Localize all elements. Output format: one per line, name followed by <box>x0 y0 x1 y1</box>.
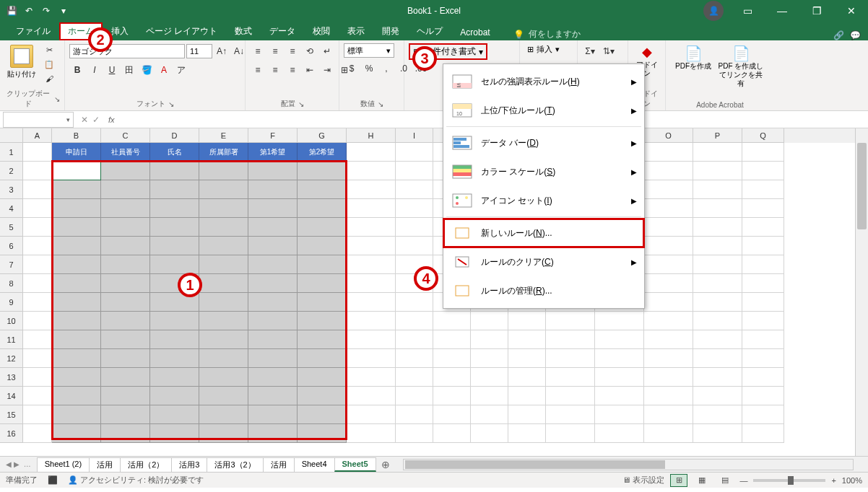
paste-button[interactable]: 貼り付け <box>4 43 39 81</box>
cell[interactable] <box>23 237 52 255</box>
cell[interactable] <box>150 218 199 237</box>
cell[interactable] <box>150 199 199 218</box>
cell[interactable] <box>742 312 784 330</box>
cell[interactable] <box>347 424 396 443</box>
row-header[interactable]: 11 <box>0 330 23 349</box>
cell[interactable] <box>199 180 248 199</box>
cell[interactable] <box>199 162 248 180</box>
menu-top-bottom[interactable]: 10 上位/下位ルール(T) ▶ <box>443 96 644 125</box>
cell[interactable] <box>396 387 433 405</box>
orientation-icon[interactable]: ⟲ <box>302 43 318 59</box>
cell[interactable] <box>150 162 199 180</box>
cell[interactable] <box>248 274 298 293</box>
close-button[interactable]: ✕ <box>835 0 868 22</box>
cell[interactable] <box>23 349 52 368</box>
page-layout-view-icon[interactable]: ▦ <box>693 474 711 487</box>
cell[interactable] <box>347 274 396 293</box>
cell[interactable] <box>644 274 693 293</box>
cell[interactable] <box>298 368 347 387</box>
wrap-text-icon[interactable]: ↵ <box>319 43 335 59</box>
cell[interactable] <box>52 237 101 255</box>
cell[interactable] <box>742 255 784 274</box>
comma-icon[interactable]: , <box>378 61 394 76</box>
cut-icon[interactable]: ✂ <box>42 43 56 56</box>
display-settings[interactable]: 🖥 表示設定 <box>622 475 664 486</box>
cell[interactable] <box>644 424 693 443</box>
cell[interactable] <box>101 237 150 255</box>
cell[interactable]: 第1希望 <box>248 143 298 162</box>
restore-button[interactable]: ❐ <box>800 0 833 22</box>
cell[interactable] <box>52 255 101 274</box>
cell[interactable] <box>546 387 595 405</box>
cell[interactable] <box>248 199 298 218</box>
column-header[interactable]: B <box>52 128 101 143</box>
dialog-launcher-icon[interactable]: ↘ <box>298 100 304 108</box>
cell[interactable] <box>644 255 693 274</box>
cell[interactable] <box>23 312 52 330</box>
cell[interactable] <box>396 368 433 387</box>
row-header[interactable]: 5 <box>0 218 23 237</box>
cell[interactable] <box>347 162 396 180</box>
cell[interactable] <box>199 255 248 274</box>
row-header[interactable]: 7 <box>0 255 23 274</box>
cell[interactable] <box>101 293 150 312</box>
column-header[interactable]: D <box>150 128 199 143</box>
cell[interactable] <box>52 162 101 180</box>
cell[interactable] <box>23 143 52 162</box>
cell[interactable] <box>150 349 199 368</box>
cell[interactable] <box>471 330 508 349</box>
cell[interactable] <box>101 255 150 274</box>
align-center-icon[interactable]: ≡ <box>267 62 283 78</box>
tab-acrobat[interactable]: Acrobat <box>451 25 498 40</box>
cell[interactable] <box>150 237 199 255</box>
cell[interactable] <box>347 237 396 255</box>
cell[interactable] <box>347 368 396 387</box>
cell[interactable] <box>546 368 595 387</box>
cell[interactable] <box>742 293 784 312</box>
cell[interactable] <box>644 349 693 368</box>
cell[interactable] <box>396 424 433 443</box>
cell[interactable] <box>150 405 199 424</box>
cell[interactable] <box>693 387 742 405</box>
cell[interactable] <box>248 349 298 368</box>
cell[interactable] <box>693 424 742 443</box>
cell[interactable] <box>248 387 298 405</box>
cell[interactable] <box>199 368 248 387</box>
cell[interactable] <box>199 199 248 218</box>
cell[interactable] <box>52 349 101 368</box>
cell[interactable] <box>396 405 433 424</box>
border-button[interactable]: 田 <box>121 62 137 78</box>
cell[interactable] <box>595 405 644 424</box>
column-header[interactable]: G <box>298 128 347 143</box>
cell[interactable] <box>199 274 248 293</box>
cell[interactable] <box>433 312 471 330</box>
undo-icon[interactable]: ↶ <box>23 5 35 17</box>
cell[interactable]: 所属部署 <box>199 143 248 162</box>
cell[interactable] <box>101 387 150 405</box>
tab-data[interactable]: データ <box>261 22 304 40</box>
minimize-button[interactable]: — <box>765 0 799 22</box>
tab-developer[interactable]: 開発 <box>373 22 408 40</box>
cell[interactable] <box>101 349 150 368</box>
dialog-launcher-icon[interactable]: ↘ <box>378 100 383 108</box>
cell[interactable] <box>248 237 298 255</box>
cell[interactable] <box>298 349 347 368</box>
cell[interactable] <box>693 349 742 368</box>
bold-button[interactable]: B <box>69 62 85 78</box>
cell[interactable] <box>23 218 52 237</box>
cell[interactable] <box>396 180 433 199</box>
sheet-tab[interactable]: Sheet4 <box>294 457 335 472</box>
cell[interactable] <box>150 368 199 387</box>
cell[interactable] <box>347 218 396 237</box>
cell[interactable] <box>595 368 644 387</box>
cell[interactable] <box>508 349 546 368</box>
cell[interactable] <box>508 330 546 349</box>
column-header[interactable]: A <box>23 128 52 143</box>
cell[interactable] <box>199 424 248 443</box>
tab-formulas[interactable]: 数式 <box>226 22 261 40</box>
cell[interactable] <box>433 349 471 368</box>
cell[interactable] <box>595 349 644 368</box>
cell[interactable] <box>471 387 508 405</box>
save-icon[interactable]: 💾 <box>6 5 17 17</box>
cell[interactable] <box>644 368 693 387</box>
